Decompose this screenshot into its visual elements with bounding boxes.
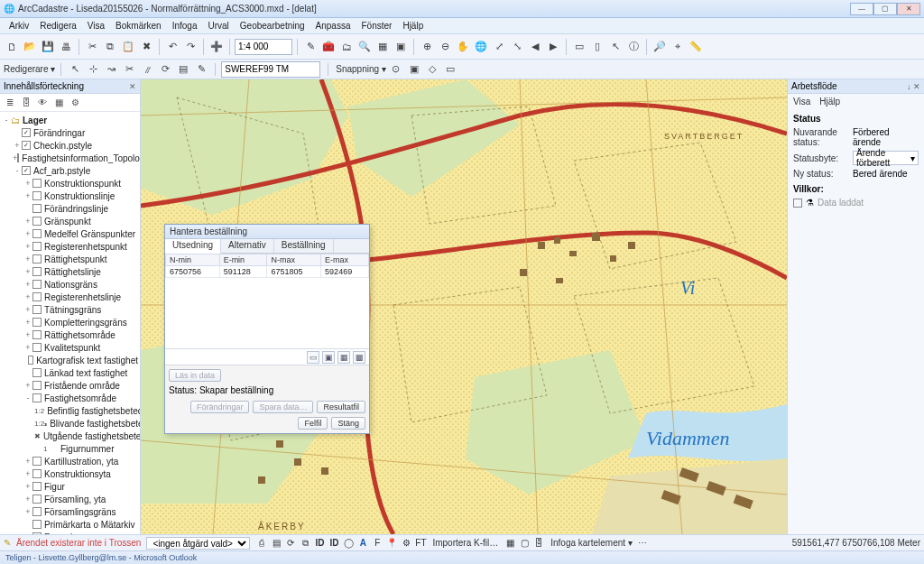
tree-node[interactable]: Kartografisk text fastighet	[2, 354, 138, 366]
new-file-icon[interactable]: 🗋	[4, 39, 20, 55]
toolbox-icon[interactable]: 🧰	[320, 39, 337, 55]
menu-visa[interactable]: Visa	[82, 19, 110, 32]
fixed-zoom-in-icon[interactable]: ⤢	[491, 39, 507, 55]
extent-zoom-icon[interactable]: ▩	[353, 351, 365, 364]
sb-icon-2[interactable]: ▤	[270, 537, 282, 550]
split-icon[interactable]: ⫽	[139, 61, 155, 78]
tree-node[interactable]: Primärkarta o Mätarkiv	[2, 518, 138, 531]
zoom-out-icon[interactable]: ⊖	[437, 39, 453, 55]
data-laddat-checkbox[interactable]	[793, 199, 802, 208]
tree-node[interactable]: ✓Förändringar	[2, 126, 138, 139]
tree-node[interactable]: Länkad text fastighet	[2, 366, 138, 379]
toc-close-icon[interactable]: ✕	[129, 82, 136, 91]
select-features-icon[interactable]: ▭	[571, 39, 587, 55]
tree-node[interactable]: +Konstruktionsyta	[2, 467, 138, 480]
stang-button[interactable]: Stäng	[331, 417, 365, 430]
sb-icon-circle[interactable]: ◯	[342, 537, 355, 550]
copy-icon[interactable]: ⧉	[102, 39, 118, 55]
tree-node[interactable]: +Församling, yta	[2, 493, 138, 505]
sb-icon-db[interactable]: 🗄	[532, 537, 545, 550]
tree-node[interactable]: Fornminne	[2, 531, 138, 534]
rotate-icon[interactable]: ⟳	[157, 61, 173, 78]
tree-node[interactable]: +Gränspunkt	[2, 215, 138, 227]
fwd-extent-icon[interactable]: ▶	[545, 39, 561, 55]
scale-combobox[interactable]	[235, 39, 292, 55]
undo-icon[interactable]: ↶	[164, 39, 180, 55]
tree-node[interactable]: +Rättighetsområde	[2, 328, 138, 341]
table-row[interactable]: 6750756 591128 6751805 592469	[166, 266, 369, 278]
sb-icon-1[interactable]: ⎙	[255, 537, 268, 550]
fixed-zoom-out-icon[interactable]: ⤡	[509, 39, 525, 55]
full-extent-icon[interactable]: 🌐	[473, 39, 489, 55]
sb-icon-4[interactable]: ⧉	[299, 537, 311, 550]
tree-node[interactable]: +Församlingsgräns	[2, 505, 138, 518]
menu-infoga[interactable]: Infoga	[167, 19, 203, 32]
tree-node[interactable]: +Konstruktionslinje	[2, 190, 138, 202]
add-data-icon[interactable]: ➕	[208, 39, 225, 55]
tree-node[interactable]: +Kvalitetspunkt	[2, 341, 138, 354]
menu-hjalp[interactable]: Hjälp	[397, 19, 429, 32]
map-view[interactable]: Vidammen Vi ÅKERBY SVARTBERGET Hantera b…	[141, 79, 787, 534]
tree-node[interactable]: +Kompletteringsgräns	[2, 316, 138, 328]
tree-node[interactable]: +Rättighetslinje	[2, 265, 138, 278]
tab-utsedning[interactable]: Utsedning	[165, 239, 221, 254]
tree-node[interactable]: 1:2Befintlig fastighetsbeteckning	[2, 404, 138, 417]
tree-root[interactable]: -🗂Lager	[2, 114, 138, 126]
back-extent-icon[interactable]: ◀	[527, 39, 543, 55]
identify-icon[interactable]: ⓘ	[625, 39, 642, 55]
zoom-in-icon[interactable]: ⊕	[419, 39, 435, 55]
measure-icon[interactable]: 📏	[688, 39, 704, 55]
clear-selection-icon[interactable]: ▯	[589, 39, 605, 55]
tree-node[interactable]: -✓Acf_arb.pstyle	[2, 164, 138, 177]
tree-node[interactable]: +Kartillustration, yta	[2, 455, 138, 467]
menu-bokmarken[interactable]: Bokmärken	[110, 19, 167, 32]
sb-icon-id2[interactable]: ID	[328, 537, 340, 550]
catalog-icon[interactable]: 🗂	[338, 39, 355, 55]
sb-icon-pin[interactable]: 📍	[385, 537, 398, 550]
dialog-title[interactable]: Hantera beställning	[165, 225, 369, 239]
rpanel-menu-hjalp[interactable]: Hjälp	[819, 97, 840, 106]
tree-node[interactable]: Förändringslinje	[2, 202, 138, 215]
tree-node[interactable]: +Tätningsgräns	[2, 303, 138, 316]
snap-edge-icon[interactable]: ▭	[442, 61, 458, 78]
save-icon[interactable]: 💾	[40, 39, 56, 55]
snap-end-icon[interactable]: ▣	[406, 61, 422, 78]
toc-options-icon[interactable]: ⚙	[69, 97, 81, 109]
menu-redigera[interactable]: Redigera	[34, 19, 82, 32]
cut-poly-icon[interactable]: ✂	[121, 61, 137, 78]
snap-vertex-icon[interactable]: ◇	[424, 61, 440, 78]
toc-list-by-visibility-icon[interactable]: 👁	[36, 97, 49, 109]
menu-fonster[interactable]: Fönster	[356, 19, 398, 32]
model-icon[interactable]: ▣	[393, 39, 409, 55]
sb-icon-ft[interactable]: FT	[414, 537, 427, 550]
importera-kfil-button[interactable]: Importera K-fil…	[432, 538, 498, 548]
find-icon[interactable]: 🔎	[651, 39, 668, 55]
reshape-icon[interactable]: ↝	[103, 61, 119, 78]
tree-node[interactable]: ✖Utgående fastighetsbeteckning	[2, 430, 138, 442]
edit-vertices-icon[interactable]: ⊹	[85, 61, 101, 78]
toc-list-by-source-icon[interactable]: 🗄	[20, 97, 32, 109]
tree-node[interactable]: +Fastighetsinformation_Topologi	[2, 152, 138, 164]
sb-icon-more[interactable]: ⋯	[638, 538, 647, 548]
paste-icon[interactable]: 📋	[120, 39, 136, 55]
snap-point-icon[interactable]: ⊙	[388, 61, 404, 78]
edit-tool-icon[interactable]: ↖	[67, 61, 83, 78]
redo-icon[interactable]: ↷	[182, 39, 199, 55]
open-file-icon[interactable]: 📂	[22, 39, 38, 55]
sketch-icon[interactable]: ✎	[193, 61, 209, 78]
toc-list-by-drawing-icon[interactable]: ≣	[4, 97, 16, 109]
tree-node[interactable]: +✓Checkin.pstyle	[2, 139, 138, 152]
las-in-data-button[interactable]: Läs in data	[169, 369, 221, 382]
infoga-kartelement-dropdown[interactable]: Infoga kartelement ▾	[550, 538, 633, 548]
extent-from-map-icon[interactable]: ▭	[307, 351, 319, 364]
cut-icon[interactable]: ✂	[84, 39, 100, 55]
tree-node[interactable]: 1Figurnummer	[2, 442, 138, 455]
atgard-combobox[interactable]: <ingen åtgärd vald>	[146, 537, 250, 550]
resultatfil-button[interactable]: Resultatfil	[317, 401, 365, 413]
tree-node[interactable]: +Fristående område	[2, 379, 138, 392]
sb-icon-box[interactable]: ▢	[518, 537, 531, 550]
tree-node[interactable]: -Fastighetsområde	[2, 392, 138, 404]
sb-icon-grid[interactable]: ▦	[504, 537, 516, 550]
arbetsflode-close-icon[interactable]: ↓ ✕	[907, 82, 920, 91]
print-icon[interactable]: 🖶	[58, 39, 74, 55]
